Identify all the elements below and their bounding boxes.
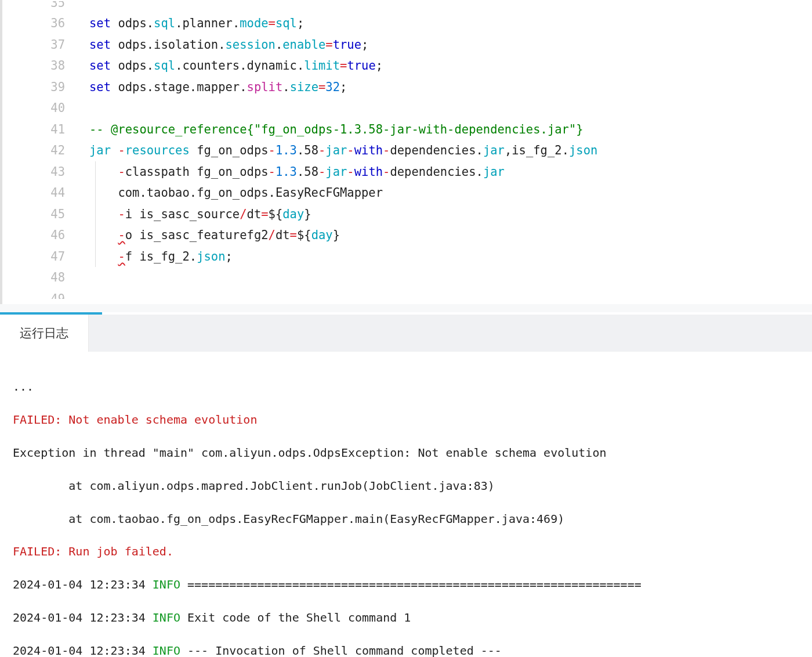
code-line[interactable] [78, 288, 812, 299]
code-line[interactable]: -f is_fg_2.json; [78, 246, 812, 268]
log-line-error: FAILED: Run job failed. [13, 543, 799, 559]
line-number: 48 [2, 267, 65, 288]
line-number: 39 [2, 77, 65, 98]
line-number: 37 [2, 34, 65, 56]
log-line: 2024-01-04 12:23:34 INFO ===============… [13, 576, 799, 593]
line-number: 40 [2, 98, 65, 119]
tab-label: 运行日志 [20, 325, 68, 341]
log-output[interactable]: ... FAILED: Not enable schema evolution … [0, 352, 812, 657]
line-number: 38 [2, 55, 65, 77]
code-line[interactable]: -i is_sasc_source/dt=${day} [78, 204, 812, 225]
line-number: 44 [2, 182, 65, 204]
line-number: 45 [2, 204, 65, 225]
line-number: 46 [2, 225, 65, 246]
log-line: at com.aliyun.odps.mapred.JobClient.runJ… [13, 478, 799, 494]
line-number: 43 [2, 161, 65, 183]
code-line[interactable]: -classpath fg_on_odps-1.3.58-jar-with-de… [78, 161, 812, 183]
log-line-error: FAILED: Not enable schema evolution [13, 411, 799, 428]
log-line: at com.taobao.fg_on_odps.EasyRecFGMapper… [13, 511, 799, 527]
line-gutter: 35 36 37 38 39 40 41 42 43 44 45 46 47 4… [2, 0, 78, 304]
code-line[interactable] [78, 267, 812, 288]
line-number: 36 [2, 13, 65, 34]
log-line: Exception in thread "main" com.aliyun.od… [13, 445, 799, 461]
code-line[interactable]: com.taobao.fg_on_odps.EasyRecFGMapper [78, 182, 812, 204]
code-editor[interactable]: 35 36 37 38 39 40 41 42 43 44 45 46 47 4… [0, 0, 812, 304]
line-number: 41 [2, 119, 65, 140]
log-line: 2024-01-04 12:23:34 INFO Exit code of th… [13, 609, 799, 626]
code-line[interactable] [78, 1, 812, 13]
code-line[interactable]: -o is_sasc_featurefg2/dt=${day} [78, 225, 812, 246]
line-number: 42 [2, 140, 65, 161]
code-line[interactable]: set odps.stage.mapper.split.size=32; [78, 77, 812, 98]
code-line[interactable] [78, 98, 812, 119]
tab-run-log[interactable]: 运行日志 [0, 315, 89, 352]
code-line[interactable]: set odps.isolation.session.enable=true; [78, 34, 812, 56]
code-line[interactable]: -- @resource_reference{"fg_on_odps-1.3.5… [78, 119, 812, 140]
log-tab-bar: 运行日志 [0, 315, 812, 352]
log-line: 2024-01-04 12:23:34 INFO --- Invocation … [13, 642, 799, 657]
code-line[interactable]: jar -resources fg_on_odps-1.3.58-jar-wit… [78, 140, 812, 161]
line-number: 35 [2, 1, 65, 13]
code-content[interactable]: set odps.sql.planner.mode=sql; set odps.… [78, 0, 812, 304]
code-line[interactable]: set odps.sql.counters.dynamic.limit=true… [78, 55, 812, 77]
panel-divider[interactable] [0, 304, 812, 312]
line-number: 49 [2, 288, 65, 299]
code-line[interactable]: set odps.sql.planner.mode=sql; [78, 13, 812, 34]
line-number: 47 [2, 246, 65, 268]
log-line: ... [13, 378, 799, 395]
